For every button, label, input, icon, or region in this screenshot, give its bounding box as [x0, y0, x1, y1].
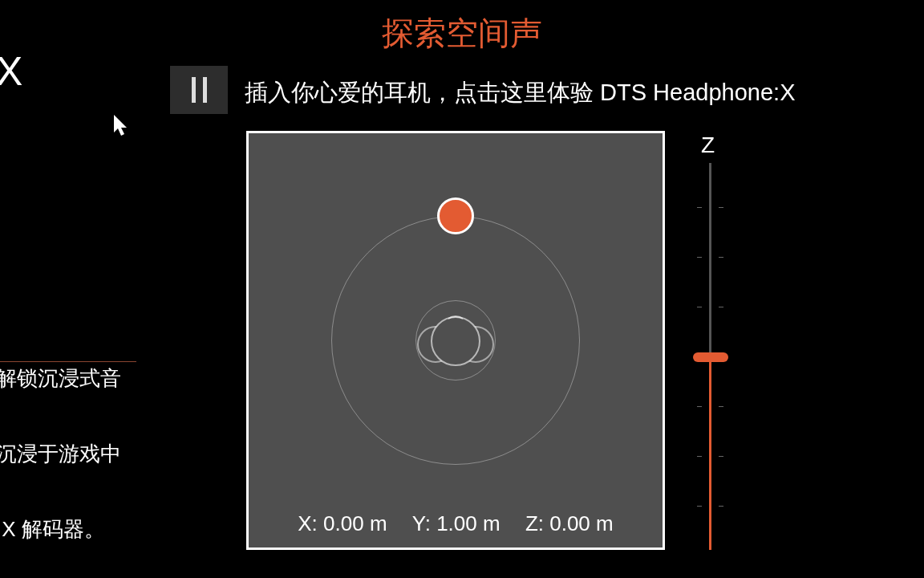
slider-tick — [697, 506, 702, 507]
cursor-icon — [114, 115, 130, 137]
slider-tick — [697, 456, 702, 457]
coord-y: Y: 1.00 m — [412, 511, 500, 535]
slider-tick — [697, 406, 702, 407]
z-slider-knob[interactable] — [693, 352, 728, 362]
slider-tick — [697, 257, 702, 258]
spatial-canvas[interactable]: X: 0.00 m Y: 1.00 m Z: 0.00 m — [246, 131, 665, 550]
headphone-x-logo-fragment: X — [0, 48, 22, 95]
slider-tick — [719, 307, 723, 307]
instruction-text[interactable]: 插入你心爱的耳机，点击这里体验 DTS Headphone:X — [245, 77, 795, 109]
slider-tick — [719, 257, 723, 258]
slider-tick — [719, 406, 723, 407]
pause-icon — [192, 77, 196, 103]
sidebar-text-immersive: 解锁沉浸式音 — [0, 364, 121, 393]
svg-point-2 — [432, 317, 480, 365]
slider-fill — [709, 356, 711, 550]
sidebar-divider — [0, 361, 136, 362]
coordinates-readout: X: 0.00 m Y: 1.00 m Z: 0.00 m — [249, 511, 663, 536]
listener-head-icon — [411, 312, 500, 368]
slider-tick — [719, 456, 723, 457]
pause-icon — [203, 77, 207, 103]
play-pause-button[interactable] — [170, 66, 228, 114]
slider-tick — [719, 506, 723, 507]
z-axis-label: Z — [701, 132, 715, 158]
sidebar-text-gaming: 沉浸于游戏中 — [0, 440, 121, 468]
page-title: 探索空间声 — [0, 11, 924, 55]
coord-z: Z: 0.00 m — [525, 511, 614, 535]
sidebar-text-decoder: :X 解码器。 — [0, 515, 105, 543]
slider-tick — [697, 307, 702, 307]
coord-x: X: 0.00 m — [298, 511, 387, 535]
sound-source-handle[interactable] — [437, 197, 474, 234]
slider-tick — [697, 207, 702, 208]
z-slider[interactable] — [709, 163, 711, 550]
slider-tick — [719, 207, 723, 208]
